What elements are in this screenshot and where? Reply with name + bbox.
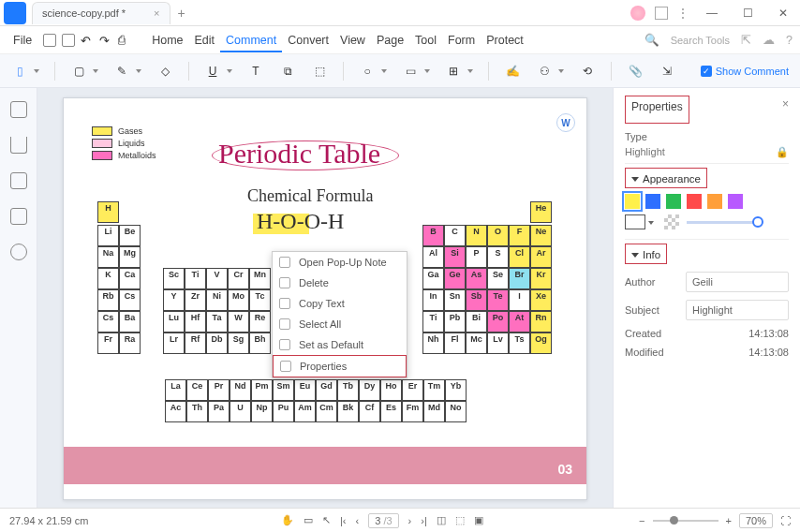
ctx-open-pop-up-note[interactable]: Open Pop-Up Note [273,252,407,273]
menu-home[interactable]: Home [146,30,188,51]
attach-tool-icon[interactable]: 📎 [627,63,644,80]
next-page-icon[interactable]: › [408,515,412,526]
textbox-tool-icon[interactable]: ⧉ [279,63,296,80]
mail-icon[interactable] [62,34,75,47]
color-picker[interactable] [625,214,645,229]
show-comment-toggle[interactable]: ✓ Show Comment [701,66,789,77]
color-swatch[interactable] [687,194,702,209]
color-swatch[interactable] [707,194,722,209]
lock-icon[interactable]: 🔒 [776,146,789,158]
help-icon[interactable]: ? [786,34,793,47]
page-input[interactable]: 3 [375,515,380,526]
menubar: File ↶ ↷ ⎙ HomeEditCommentConvertViewPag… [0,26,800,54]
new-tab-button[interactable]: + [178,6,185,21]
zoom-value[interactable]: 70% [739,513,773,528]
document-tab[interactable]: science-copy.pdf * × [32,2,170,24]
info-section[interactable]: Info [626,246,666,263]
menu-comment[interactable]: Comment [220,30,282,52]
type-label: Type [625,131,789,142]
menu-protect[interactable]: Protect [481,30,529,51]
minimize-button[interactable]: — [699,4,725,22]
appearance-section[interactable]: Appearance [626,170,706,187]
zoom-out-icon[interactable]: − [639,515,644,526]
search-panel-icon[interactable] [10,244,27,260]
hand-tool-icon[interactable]: ✋ [281,514,294,526]
account-avatar[interactable] [630,6,645,21]
underline-tool-icon[interactable]: U [204,63,221,80]
people-tool-icon[interactable]: ⚇ [536,63,553,80]
attachments-icon[interactable] [10,208,27,225]
tab-close-icon[interactable]: × [154,7,159,19]
word-export-badge[interactable]: W [556,113,575,132]
comments-panel-icon[interactable] [10,172,27,189]
element-Tm: Tm [423,379,445,401]
menu-form[interactable]: Form [442,30,481,51]
fullscreen-icon[interactable]: ⛶ [780,515,791,526]
menu-view[interactable]: View [334,30,371,51]
undo-icon[interactable]: ↶ [81,34,94,47]
menu-convert[interactable]: Convert [282,30,334,51]
pointer-tool-icon[interactable]: ↖ [322,514,331,526]
ctx-copy-text[interactable]: Copy Text [273,293,407,314]
menu-tool[interactable]: Tool [409,30,442,51]
zoom-in-icon[interactable]: + [726,515,732,526]
text-tool-icon[interactable]: T [247,63,264,80]
element-Cs: Cs [97,311,119,332]
color-swatch[interactable] [625,194,640,209]
document-viewport[interactable]: W Gases Liquids Metalloids Periodic Tabl… [37,88,613,508]
fit-page-icon[interactable]: ⬚ [455,514,465,526]
element-Cl: Cl [509,246,530,268]
element-Bk: Bk [337,401,359,422]
element-Lr: Lr [163,332,185,354]
cloud-icon[interactable]: ☁ [763,33,775,47]
select-tool-icon[interactable]: ▭ [304,514,313,526]
color-swatch[interactable] [728,194,743,209]
element-Fm: Fm [402,401,423,422]
stamp-tool-icon[interactable]: ▭ [402,63,419,80]
close-window-button[interactable]: ✕ [770,4,796,22]
note-tool-icon[interactable]: ▢ [70,63,87,80]
shape-tool-icon[interactable]: ○ [359,63,376,80]
element-Fr: Fr [97,332,119,354]
apps-icon[interactable] [655,7,668,20]
color-swatch[interactable] [645,194,660,209]
save-icon[interactable] [43,34,56,47]
maximize-button[interactable]: ☐ [734,4,761,22]
share-icon[interactable]: ⇱ [741,33,751,47]
more-icon[interactable]: ⋮ [677,7,689,20]
eraser-tool-icon[interactable]: ◇ [156,63,173,80]
sign-tool-icon[interactable]: ✍ [504,63,521,80]
element-U: U [230,401,251,422]
menu-file[interactable]: File [7,30,37,51]
element-Pm: Pm [251,379,273,401]
measure-tool-icon[interactable]: ⊞ [445,63,462,80]
search-input[interactable]: Search Tools [671,35,730,46]
subject-input[interactable] [686,300,789,320]
prev-page-icon[interactable]: ‹ [356,515,360,526]
export-tool-icon[interactable]: ⇲ [659,63,675,80]
bookmarks-icon[interactable] [10,137,27,154]
opacity-slider[interactable] [687,221,758,224]
zoom-slider[interactable] [653,520,719,522]
print-icon[interactable]: ⎙ [118,34,131,47]
link-tool-icon[interactable]: ⟲ [579,63,596,80]
element-Rn: Rn [530,311,552,332]
menu-edit[interactable]: Edit [189,30,221,51]
author-input[interactable] [686,272,789,292]
view-mode-icon[interactable]: ▣ [474,514,483,526]
ctx-select-all[interactable]: Select All [273,314,407,334]
thumbnails-icon[interactable] [10,101,27,118]
ctx-set-as-default[interactable]: Set as Default [273,334,407,355]
ctx-delete[interactable]: Delete [273,273,407,293]
fit-width-icon[interactable]: ◫ [437,514,446,526]
last-page-icon[interactable]: ›| [421,515,427,526]
panel-close-icon[interactable]: × [782,97,789,111]
first-page-icon[interactable]: |‹ [340,515,347,526]
callout-tool-icon[interactable]: ⬚ [311,63,328,80]
redo-icon[interactable]: ↷ [99,34,112,47]
ctx-properties[interactable]: Properties [273,355,407,377]
color-swatch[interactable] [666,194,681,209]
pencil-tool-icon[interactable]: ✎ [113,63,130,80]
highlight-tool-icon[interactable]: ▯ [11,63,28,80]
menu-page[interactable]: Page [371,30,409,51]
